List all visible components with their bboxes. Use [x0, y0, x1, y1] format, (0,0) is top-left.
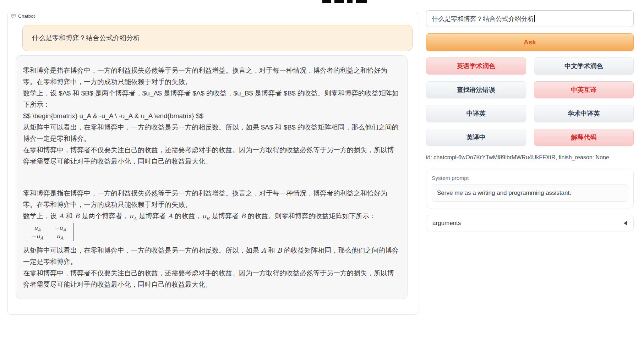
chat-scroll-area[interactable]: 什么是零和博弈？结合公式介绍分析 零和博弈是指在博弈中，一方的利益损失必然等于另… [8, 12, 418, 314]
chat-text-line: 在零和博弈中，博弈者不仅要关注自己的收益，还需要考虑对手的收益。因为一方取得的收… [23, 268, 400, 290]
system-prompt-input[interactable]: Serve me as a writing and programming as… [432, 185, 628, 202]
system-prompt-group: System prompt Serve me as a writing and … [426, 170, 634, 208]
btn-academic-zh-to-en[interactable]: 学术中译英 [534, 105, 634, 122]
chat-text-line: $$ \begin{bmatrix} u_A & -u_A \ -u_A & u… [23, 110, 400, 122]
bot-message: 零和博弈是指在博弈中，一方的利益损失必然等于另一方的利益增益。换言之，对于每一种… [23, 65, 400, 290]
paragraph-spacer [23, 167, 400, 188]
control-column: 什么是零和博弈？结合公式介绍分析 Ask 英语学术润色 中文学术润色 查找语法错… [426, 10, 634, 231]
btn-find-grammar-errors[interactable]: 查找语法错误 [426, 81, 526, 98]
question-input[interactable]: 什么是零和博弈？结合公式介绍分析 [426, 10, 634, 27]
chatbot-label-text: Chatbot [18, 13, 35, 19]
ask-button[interactable]: Ask [426, 33, 634, 51]
math-matrix-line: uA−uA−uAuA [23, 222, 400, 245]
arguments-accordion-header[interactable]: arguments [426, 215, 634, 231]
chat-text-line: 数学上，设 A 和 B 是两个博弈者，uA 是博弈者 A 的收益，uB 是博弈者… [23, 210, 400, 222]
btn-en-to-zh[interactable]: 英译中 [426, 129, 526, 146]
chat-text-line: 零和博弈是指在博弈中，一方的利益损失必然等于另一方的利益增益。换言之，对于每一种… [23, 65, 400, 88]
btn-explain-code[interactable]: 解释代码 [534, 129, 634, 146]
btn-zh-academic-polish[interactable]: 中文学术润色 [534, 57, 634, 75]
btn-en-academic-polish[interactable]: 英语学术润色 [426, 57, 526, 75]
chat-bubble-icon [11, 13, 16, 18]
question-input-value: 什么是零和博弈？结合公式介绍分析 [432, 15, 534, 23]
clipped-title-fragment [322, 0, 369, 3]
btn-zh-en-mutual-translate[interactable]: 中英互译 [534, 81, 634, 98]
chat-text-line: 在零和博弈中，博弈者不仅要关注自己的收益，还需要考虑对手的收益。因为一方取得的收… [23, 144, 400, 167]
chatbot-label: Chatbot [7, 12, 39, 20]
collapse-arrow-icon [624, 221, 627, 226]
system-prompt-value: Serve me as a writing and programming as… [437, 189, 571, 197]
user-message-bubble: 什么是零和博弈？结合公式介绍分析 [22, 25, 413, 51]
chat-text-line: 从矩阵中可以看出，在零和博弈中，一方的收益是另一方的相反数。所以，如果 A 和 … [23, 245, 400, 268]
system-prompt-label: System prompt [432, 175, 628, 181]
btn-zh-to-en[interactable]: 中译英 [426, 105, 526, 122]
user-message-text: 什么是零和博弈？结合公式介绍分析 [32, 33, 140, 43]
ask-button-label: Ask [524, 38, 536, 46]
math-matrix: uA−uA−uAuA [24, 223, 73, 241]
chatbot-panel: Chatbot 什么是零和博弈？结合公式介绍分析 零和博弈是指在博弈中，一方的利… [7, 12, 418, 315]
bot-message-bubble: 零和博弈是指在博弈中，一方的利益损失必然等于另一方的利益增益。换言之，对于每一种… [16, 55, 408, 299]
quick-action-grid: 英语学术润色 中文学术润色 查找语法错误 中英互译 中译英 学术中译英 英译中 … [426, 57, 634, 146]
chat-text-line: 数学上，设 $A$ 和 $B$ 是两个博弈者，$u_A$ 是博弈者 $A$ 的收… [23, 88, 400, 110]
chat-text-line: 零和博弈是指在博弈中，一方的利益损失必然等于另一方的利益增益。换言之，对于每一种… [23, 188, 400, 210]
text-caret [534, 15, 535, 22]
chat-text-line: 从矩阵中可以看出，在零和博弈中，一方的收益是另一方的相反数。所以，如果 $A$ … [23, 122, 400, 144]
arguments-accordion-label: arguments [432, 220, 461, 227]
response-status-line: id: chatcmpl-6wOo7KrYTwMl89lbrMWRu4UkFFX… [426, 154, 634, 161]
